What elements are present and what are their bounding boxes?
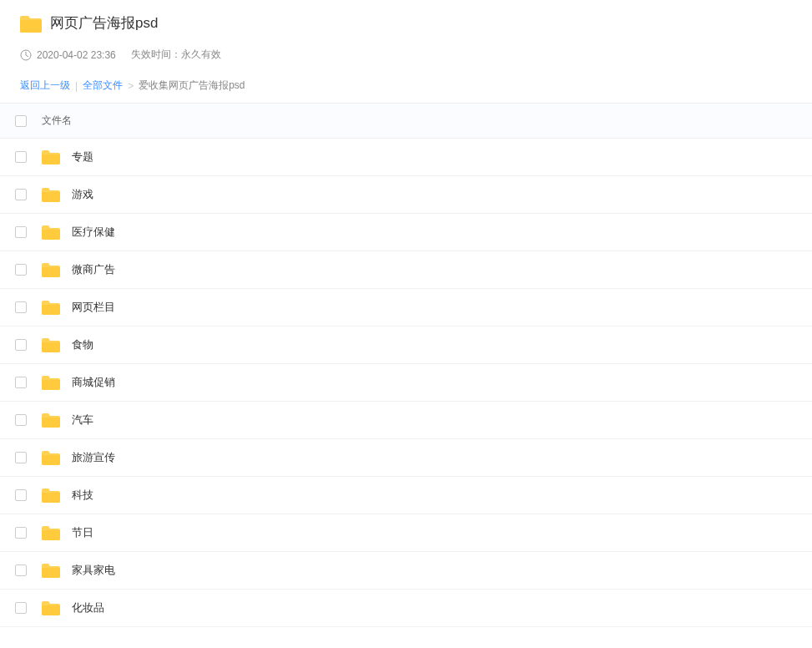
row-checkbox[interactable] bbox=[15, 564, 27, 576]
row-checkbox[interactable] bbox=[15, 527, 27, 539]
item-name: 科技 bbox=[72, 488, 93, 503]
folder-icon bbox=[42, 225, 60, 240]
breadcrumb-current: 爱收集网页广告海报psd bbox=[139, 78, 245, 93]
table-row[interactable]: 节日 bbox=[0, 514, 812, 552]
table-row[interactable]: 微商广告 bbox=[0, 251, 812, 289]
table-row[interactable]: 旅游宣传 bbox=[0, 439, 812, 477]
row-checkbox[interactable] bbox=[15, 189, 27, 200]
folder-icon bbox=[20, 14, 42, 33]
row-checkbox[interactable] bbox=[15, 489, 27, 501]
select-all-checkbox[interactable] bbox=[15, 115, 27, 127]
folder-icon bbox=[42, 375, 60, 390]
item-name: 节日 bbox=[72, 525, 93, 540]
row-checkbox[interactable] bbox=[15, 414, 27, 426]
item-name: 家具家电 bbox=[72, 563, 115, 578]
header: 网页广告海报psd 2020-04-02 23:36 失效时间：永久有效 bbox=[0, 0, 812, 68]
item-name: 微商广告 bbox=[72, 262, 115, 277]
clock-icon bbox=[20, 49, 32, 61]
row-checkbox[interactable] bbox=[15, 301, 27, 313]
table-row[interactable]: 汽车 bbox=[0, 402, 812, 439]
item-name: 汽车 bbox=[72, 413, 93, 428]
folder-icon bbox=[42, 450, 60, 465]
folder-icon bbox=[42, 300, 60, 315]
item-name: 专题 bbox=[72, 149, 93, 165]
table-row[interactable]: 科技 bbox=[0, 477, 812, 514]
table-row[interactable]: 网页栏目 bbox=[0, 289, 812, 327]
row-checkbox[interactable] bbox=[15, 264, 27, 276]
row-checkbox[interactable] bbox=[15, 151, 27, 163]
folder-icon bbox=[42, 187, 60, 202]
breadcrumb-sep: > bbox=[128, 80, 134, 92]
table-header: 文件名 bbox=[0, 104, 812, 139]
row-checkbox[interactable] bbox=[15, 226, 27, 238]
folder-icon bbox=[42, 488, 60, 503]
folder-icon bbox=[42, 413, 60, 428]
item-name: 游戏 bbox=[72, 187, 93, 202]
item-name: 化妆品 bbox=[72, 600, 104, 615]
row-checkbox[interactable] bbox=[15, 339, 27, 351]
row-checkbox[interactable] bbox=[15, 602, 27, 614]
item-name: 商城促销 bbox=[72, 375, 115, 390]
table-row[interactable]: 商城促销 bbox=[0, 364, 812, 402]
meta-row: 2020-04-02 23:36 失效时间：永久有效 bbox=[20, 48, 792, 62]
row-checkbox[interactable] bbox=[15, 377, 27, 388]
page-title: 网页广告海报psd bbox=[50, 13, 158, 33]
table-row[interactable]: 医疗保健 bbox=[0, 214, 812, 251]
folder-icon bbox=[42, 262, 60, 277]
expiry: 失效时间：永久有效 bbox=[131, 48, 221, 62]
column-header-name: 文件名 bbox=[42, 114, 72, 128]
breadcrumb-back[interactable]: 返回上一级 bbox=[20, 78, 70, 93]
timestamp: 2020-04-02 23:36 bbox=[20, 49, 116, 61]
row-checkbox[interactable] bbox=[15, 452, 27, 463]
table-row[interactable]: 专题 bbox=[0, 139, 812, 176]
item-name: 食物 bbox=[72, 337, 93, 352]
table-row[interactable]: 化妆品 bbox=[0, 590, 812, 627]
table-row[interactable]: 家具家电 bbox=[0, 552, 812, 590]
title-row: 网页广告海报psd bbox=[20, 13, 792, 33]
breadcrumb-all-files[interactable]: 全部文件 bbox=[83, 78, 123, 93]
breadcrumb: 返回上一级 | 全部文件 > 爱收集网页广告海报psd bbox=[0, 68, 812, 103]
table-row[interactable]: 食物 bbox=[0, 327, 812, 364]
folder-icon bbox=[42, 600, 60, 615]
table-row[interactable]: 游戏 bbox=[0, 176, 812, 214]
item-name: 医疗保健 bbox=[72, 225, 115, 240]
breadcrumb-sep: | bbox=[75, 80, 78, 92]
item-name: 旅游宣传 bbox=[72, 450, 115, 465]
folder-icon bbox=[42, 563, 60, 578]
folder-icon bbox=[42, 149, 60, 165]
file-table: 文件名 专题游戏医疗保健微商广告网页栏目食物商城促销汽车旅游宣传科技节日家具家电… bbox=[0, 103, 812, 627]
folder-icon bbox=[42, 337, 60, 352]
folder-icon bbox=[42, 525, 60, 540]
item-name: 网页栏目 bbox=[72, 300, 115, 315]
